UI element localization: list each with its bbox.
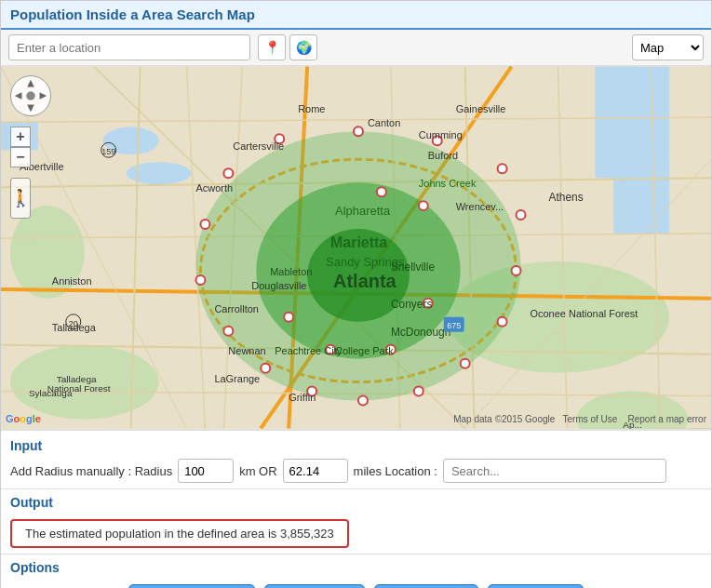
svg-marker-98 (15, 92, 22, 100)
page-title: Population Inside a Area Search Map (1, 1, 711, 30)
zoom-controls: + − (10, 127, 31, 167)
svg-point-49 (377, 187, 386, 196)
location-input[interactable] (8, 34, 250, 60)
svg-text:Cumming: Cumming (419, 129, 463, 140)
report-map-error-link[interactable]: Report a map error (628, 414, 706, 424)
zoom-in-button[interactable]: + (10, 127, 31, 147)
svg-rect-2 (613, 159, 669, 234)
svg-point-46 (200, 220, 209, 229)
svg-point-4 (127, 162, 192, 184)
svg-text:Gainesville: Gainesville (456, 103, 506, 114)
svg-text:Cartersville: Cartersville (233, 140, 284, 152)
map-background-svg: Marietta Sandy Springs Atlanta Alpharett… (1, 66, 711, 429)
svg-text:Snellville: Snellville (391, 261, 436, 274)
map-type-select[interactable]: Map Satellite Terrain (632, 34, 704, 60)
svg-point-54 (284, 313, 293, 322)
svg-text:McDonough: McDonough (391, 326, 450, 339)
action-buttons: Find Population Full Screen Zoom To Fit … (10, 584, 702, 588)
svg-text:Atlanta: Atlanta (333, 271, 396, 291)
radius-input[interactable] (178, 459, 234, 483)
earth-icon-btn[interactable]: 🌍 (289, 34, 317, 60)
radius-label: Add Radius manually : Radius (10, 464, 172, 478)
map-navigation (10, 75, 51, 116)
map-toolbar: 📍 🌍 Map Satellite Terrain (1, 30, 711, 66)
svg-point-50 (419, 201, 428, 210)
svg-text:Buford: Buford (428, 150, 458, 161)
output-section-label: Output (10, 495, 702, 510)
svg-point-36 (517, 210, 526, 220)
svg-point-47 (223, 168, 233, 178)
svg-text:Douglasville: Douglasville (251, 280, 306, 291)
page-wrapper: Population Inside a Area Search Map 📍 🌍 … (0, 0, 712, 588)
svg-text:Athens: Athens (548, 191, 583, 204)
svg-text:Acworth: Acworth (195, 182, 233, 194)
svg-text:Alpharetta: Alpharetta (335, 204, 391, 218)
find-population-button[interactable]: Find Population (128, 584, 255, 588)
svg-marker-97 (27, 105, 34, 113)
svg-point-100 (26, 91, 35, 100)
svg-point-37 (512, 266, 521, 275)
map-container[interactable]: Marietta Sandy Springs Atlanta Alpharett… (1, 66, 711, 429)
svg-text:Peachtree City: Peachtree City (275, 345, 342, 356)
zoom-to-fit-button[interactable]: Zoom To Fit (374, 584, 477, 588)
output-result: The estimated population in the defined … (10, 519, 349, 548)
svg-point-44 (223, 327, 233, 336)
output-section: Output The estimated population in the d… (1, 488, 711, 554)
svg-text:Conyers: Conyers (391, 298, 433, 311)
location-search-input[interactable] (443, 459, 666, 483)
map-data-label: Map data ©2015 Google (453, 414, 555, 424)
svg-point-40 (414, 387, 423, 396)
reset-map-button[interactable]: Reset Map (488, 584, 584, 588)
svg-text:National Forest: National Forest (47, 383, 111, 394)
svg-text:Mableton: Mableton (270, 266, 312, 277)
svg-text:20: 20 (69, 319, 78, 328)
svg-text:Griffin: Griffin (289, 392, 316, 403)
svg-text:Canton: Canton (368, 117, 400, 128)
km-label: km OR (239, 464, 276, 478)
pan-arrows (11, 76, 50, 115)
miles-label: miles Location : (354, 464, 437, 478)
svg-point-43 (261, 364, 270, 373)
input-row: Add Radius manually : Radius km OR miles… (10, 459, 702, 483)
svg-point-39 (461, 359, 470, 368)
input-section: Input Add Radius manually : Radius km OR… (1, 429, 711, 488)
pan-control[interactable] (10, 75, 51, 116)
svg-text:Wrencev...: Wrencev... (456, 201, 504, 212)
svg-point-33 (354, 127, 363, 136)
map-icon-group: 📍 🌍 (258, 34, 317, 60)
svg-marker-99 (40, 92, 47, 100)
svg-point-35 (498, 164, 507, 173)
pegman-control[interactable]: 🚶 (10, 178, 31, 219)
svg-point-38 (498, 317, 507, 327)
svg-text:Johns Creek: Johns Creek (419, 178, 477, 189)
svg-text:LaGrange: LaGrange (214, 373, 260, 384)
options-section: Options Find Population Full Screen Zoom… (1, 554, 711, 588)
svg-text:675: 675 (447, 321, 461, 330)
svg-point-41 (358, 396, 368, 406)
full-screen-button[interactable]: Full Screen (264, 584, 365, 588)
svg-text:Anniston: Anniston (52, 275, 92, 287)
svg-text:Newnan: Newnan (228, 345, 265, 356)
options-section-label: Options (10, 560, 702, 575)
google-logo: Google (6, 413, 41, 424)
map-attribution: Map data ©2015 Google Terms of Use Repor… (453, 414, 706, 424)
svg-text:Carrollton: Carrollton (214, 303, 259, 314)
svg-point-45 (195, 275, 205, 285)
terms-of-use-link[interactable]: Terms of Use (562, 414, 617, 424)
location-icon-btn[interactable]: 📍 (258, 34, 286, 60)
svg-text:Rome: Rome (298, 103, 325, 114)
zoom-out-button[interactable]: − (10, 147, 31, 167)
svg-text:College Park: College Park (335, 345, 394, 356)
miles-input[interactable] (283, 459, 348, 483)
svg-marker-96 (27, 80, 34, 87)
svg-text:Marietta: Marietta (330, 234, 387, 250)
svg-text:Oconee National Forest: Oconee National Forest (531, 308, 638, 319)
input-section-label: Input (10, 438, 702, 453)
